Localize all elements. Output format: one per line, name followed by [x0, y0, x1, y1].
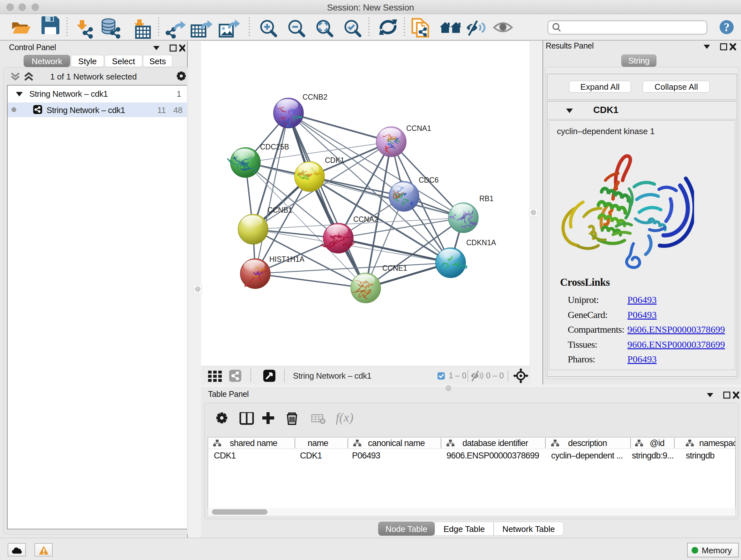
svg-text:CDK1: CDK1 [325, 156, 344, 165]
svg-text:CCNB2: CCNB2 [302, 93, 327, 101]
svg-text:CCNA1: CCNA1 [406, 124, 431, 132]
svg-text:1 – 0: 1 – 0 [449, 371, 467, 380]
svg-text:CCNA2: CCNA2 [353, 215, 378, 224]
svg-text:HIST1H1A: HIST1H1A [269, 255, 305, 263]
svg-text:f(x): f(x) [336, 412, 354, 425]
svg-text:?: ? [724, 21, 730, 34]
svg-text:0 – 0: 0 – 0 [486, 371, 504, 380]
svg-text:RB1: RB1 [479, 194, 494, 203]
svg-text:String Network – cdk1: String Network – cdk1 [293, 371, 372, 381]
svg-text:CDC6: CDC6 [419, 176, 439, 184]
svg-text:CCNB1: CCNB1 [267, 206, 292, 214]
svg-text:CDC25B: CDC25B [260, 143, 289, 151]
svg-text:CCNE1: CCNE1 [382, 264, 407, 272]
svg-text:CDKN1A: CDKN1A [466, 239, 496, 247]
